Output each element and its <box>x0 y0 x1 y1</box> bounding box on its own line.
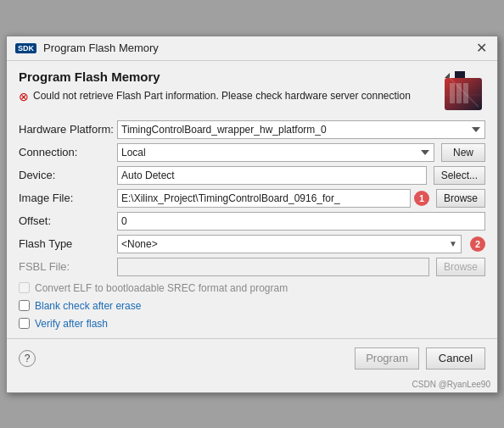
flash-type-select-wrapper: <None> ▼ <box>117 235 462 253</box>
close-button[interactable]: ✕ <box>474 42 489 55</box>
convert-elf-row: Convert ELF to bootloadable SREC format … <box>19 282 485 294</box>
dialog-footer: ? Program Cancel <box>7 338 497 378</box>
device-label: Device: <box>19 169 112 181</box>
offset-label: Offset: <box>19 214 112 227</box>
flash-type-select[interactable]: <None> <box>117 235 462 253</box>
convert-elf-label: Convert ELF to bootloadable SREC format … <box>35 282 288 294</box>
error-row: ⊗ Could not retrieve Flash Part informat… <box>19 89 433 103</box>
verify-checkbox[interactable] <box>19 318 30 329</box>
image-file-label: Image File: <box>19 192 112 204</box>
header-left: Program Flash Memory ⊗ Could not retriev… <box>19 69 433 103</box>
dialog-title: Program Flash Memory <box>19 69 433 84</box>
sdk-badge: SDK <box>15 43 36 53</box>
svg-marker-1 <box>445 71 482 78</box>
hardware-platform-label: Hardware Platform: <box>19 123 112 136</box>
flash-type-label: Flash Type <box>19 237 112 250</box>
hardware-platform-row: TimingControlBoard_wrapper_hw_platform_0 <box>117 120 485 139</box>
browse-fsbl-button: Browse <box>436 258 485 276</box>
fsbl-file-input <box>117 258 429 276</box>
blank-check-checkbox[interactable] <box>19 300 30 311</box>
browse-image-button[interactable]: Browse <box>436 189 485 208</box>
hardware-platform-select[interactable]: TimingControlBoard_wrapper_hw_platform_0 <box>117 120 485 139</box>
program-button[interactable]: Program <box>355 347 419 370</box>
watermark: CSDN @RyanLee90 <box>7 378 497 392</box>
connection-row: Local New <box>117 143 485 162</box>
connection-label: Connection: <box>19 146 112 158</box>
image-file-input-wrapper: 1 <box>117 189 429 208</box>
title-bar-left: SDK Program Flash Memory <box>15 42 159 54</box>
blank-check-row: Blank check after erase <box>19 300 485 312</box>
title-bar-text: Program Flash Memory <box>43 42 159 54</box>
flash-type-badge: 2 <box>470 236 485 252</box>
dialog-body: Program Flash Memory ⊗ Could not retriev… <box>7 61 497 338</box>
help-button[interactable]: ? <box>19 350 36 367</box>
convert-elf-checkbox[interactable] <box>19 282 30 293</box>
device-input[interactable] <box>117 166 427 185</box>
image-file-input[interactable] <box>117 189 411 208</box>
sd-card-icon <box>441 69 485 114</box>
program-flash-dialog: SDK Program Flash Memory ✕ Program Flash… <box>6 36 498 393</box>
form-grid: Hardware Platform: TimingControlBoard_wr… <box>19 120 485 330</box>
image-badge: 1 <box>414 191 429 206</box>
connection-select[interactable]: Local <box>117 143 434 162</box>
title-bar: SDK Program Flash Memory ✕ <box>7 36 497 61</box>
fsbl-file-label: FSBL File: <box>19 260 112 273</box>
fsbl-file-row: Browse <box>117 258 485 276</box>
select-button[interactable]: Select... <box>434 166 485 185</box>
offset-input[interactable] <box>117 212 485 231</box>
dialog-header: Program Flash Memory ⊗ Could not retriev… <box>19 69 485 114</box>
blank-check-label: Blank check after erase <box>35 300 141 312</box>
flash-type-row: <None> ▼ 2 <box>117 235 485 253</box>
error-message: Could not retrieve Flash Part informatio… <box>33 89 411 103</box>
offset-row <box>117 212 485 231</box>
device-row: Select... <box>117 166 485 185</box>
footer-left: ? <box>19 350 36 367</box>
error-icon: ⊗ <box>19 90 29 103</box>
svg-rect-3 <box>450 83 455 103</box>
footer-right: Program Cancel <box>355 347 485 370</box>
verify-row: Verify after flash <box>19 318 485 330</box>
verify-label: Verify after flash <box>35 318 108 330</box>
cancel-button[interactable]: Cancel <box>426 347 485 370</box>
image-file-row: 1 Browse <box>117 189 485 208</box>
new-button[interactable]: New <box>441 143 485 162</box>
